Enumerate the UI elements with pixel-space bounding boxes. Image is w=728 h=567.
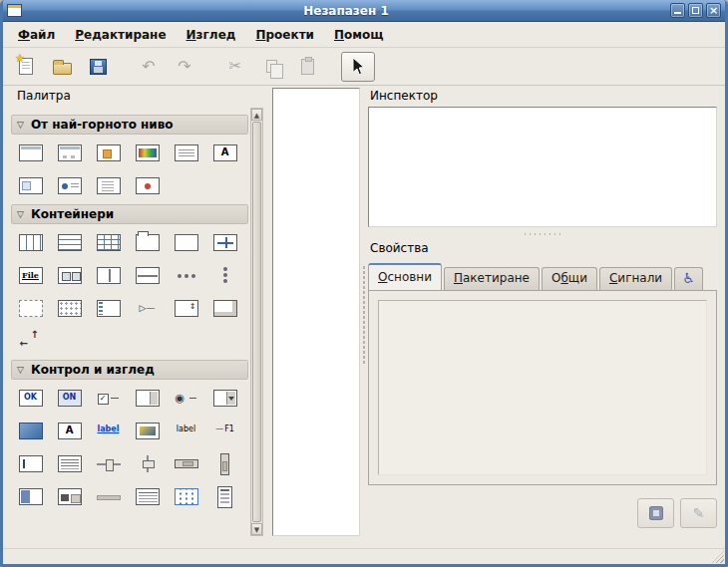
palette-item-assistant[interactable] bbox=[128, 169, 167, 202]
scrollbar-thumb[interactable] bbox=[252, 122, 261, 522]
palette-item-vscale[interactable] bbox=[128, 447, 167, 480]
expander-icon bbox=[19, 333, 43, 350]
cut-button[interactable] bbox=[218, 52, 252, 82]
inspector-tree[interactable] bbox=[368, 107, 717, 227]
palette-item-alignment[interactable] bbox=[11, 292, 50, 325]
tab-common[interactable]: Общи bbox=[542, 267, 597, 290]
undo-button[interactable] bbox=[132, 52, 166, 82]
palette-item-frame[interactable] bbox=[167, 226, 205, 259]
info-button[interactable] bbox=[637, 498, 674, 528]
scroll-up-icon[interactable]: ▲ bbox=[251, 109, 262, 121]
redo-button[interactable] bbox=[168, 52, 201, 82]
palette-section-containers[interactable]: ▽ Контейнери bbox=[11, 204, 248, 224]
palette-item-expander[interactable] bbox=[11, 325, 50, 358]
save-button[interactable] bbox=[81, 52, 115, 82]
toolbar bbox=[3, 48, 725, 86]
tab-accessibility[interactable]: ♿ bbox=[674, 267, 703, 290]
palette-item-hpaned[interactable] bbox=[89, 259, 128, 292]
vbutton-box-icon bbox=[213, 267, 237, 284]
palette-item-hbutton-box[interactable] bbox=[167, 259, 205, 292]
palette-item-combo-box[interactable] bbox=[205, 382, 244, 415]
palette-section-controls[interactable]: ▽ Контрол и изглед bbox=[11, 360, 248, 380]
palette-item-accel-label[interactable]: F1 bbox=[205, 415, 244, 447]
palette-item-menubar[interactable]: File bbox=[11, 259, 50, 292]
new-button[interactable] bbox=[9, 52, 43, 82]
selector-button[interactable] bbox=[341, 52, 375, 82]
palette-item-button[interactable]: OK bbox=[11, 382, 50, 415]
palette-item-input-dialog[interactable] bbox=[11, 169, 50, 202]
design-canvas[interactable] bbox=[272, 88, 360, 536]
palette-item-tree-view[interactable] bbox=[205, 480, 244, 513]
tab-general[interactable]: Основни bbox=[368, 263, 442, 290]
palette-item-font-selection-dialog[interactable]: A bbox=[205, 137, 244, 169]
palette-item-toolbar[interactable] bbox=[50, 259, 89, 292]
menu-edit[interactable]: Редактиране bbox=[66, 25, 175, 45]
menu-view[interactable]: Изглед bbox=[178, 25, 245, 45]
tab-signals[interactable]: Сигнали bbox=[599, 267, 672, 290]
paned-handle-horizontal[interactable] bbox=[368, 229, 717, 238]
copy-button[interactable] bbox=[254, 52, 288, 82]
palette-item-color-selection-dialog[interactable] bbox=[128, 137, 167, 169]
palette-section-toplevel[interactable]: ▽ От най-горното ниво bbox=[11, 115, 248, 135]
resize-grip[interactable] bbox=[712, 551, 724, 563]
open-icon bbox=[53, 63, 72, 75]
palette-item-image[interactable] bbox=[11, 415, 50, 447]
palette-item-vbutton-box[interactable] bbox=[205, 259, 244, 292]
edit-button[interactable]: ✎ bbox=[680, 498, 717, 528]
vscrollbar-icon bbox=[220, 453, 229, 475]
font-button-icon: A bbox=[58, 423, 82, 439]
palette-item-about-dialog[interactable] bbox=[89, 137, 128, 169]
palette-item-icon-view[interactable] bbox=[167, 480, 205, 513]
palette-item-arrow[interactable] bbox=[128, 292, 167, 325]
menu-projects[interactable]: Проекти bbox=[246, 25, 323, 45]
palette-item-radio-button[interactable] bbox=[167, 382, 205, 415]
palette-item-list[interactable] bbox=[128, 480, 167, 513]
palette-item-scrolled-window[interactable] bbox=[205, 292, 244, 325]
palette-item-entry[interactable] bbox=[11, 447, 50, 480]
palette-item-message-dialog[interactable] bbox=[50, 169, 89, 202]
palette-item-spin-button[interactable] bbox=[128, 382, 167, 415]
palette-item-hseparator[interactable] bbox=[89, 480, 128, 513]
palette-item-font-button[interactable]: A bbox=[50, 415, 89, 447]
palette-item-text-view[interactable] bbox=[50, 447, 89, 480]
palette-item-hscale[interactable] bbox=[89, 447, 128, 480]
palette-item-table[interactable] bbox=[89, 226, 128, 259]
titlebar[interactable]: Незапазен 1 × bbox=[3, 0, 725, 22]
tab-packing[interactable]: Пакетиране bbox=[444, 267, 540, 290]
text-view-icon bbox=[58, 455, 82, 472]
palette-item-viewport[interactable] bbox=[167, 292, 205, 325]
maximize-button[interactable] bbox=[688, 3, 703, 18]
palette-item-fixed[interactable] bbox=[205, 226, 244, 259]
menu-file[interactable]: Файл bbox=[9, 25, 64, 45]
palette-item-toggle-button[interactable]: ON bbox=[50, 382, 89, 415]
palette-item-label[interactable]: label bbox=[167, 415, 205, 447]
copy-icon bbox=[266, 60, 277, 73]
message-dialog-icon bbox=[58, 177, 82, 194]
palette-item-progress-bar[interactable] bbox=[11, 480, 50, 513]
palette-item-handle-box[interactable] bbox=[89, 292, 128, 325]
palette-item-vscrollbar[interactable] bbox=[205, 447, 244, 480]
palette-item-file-chooser-dialog[interactable] bbox=[167, 137, 205, 169]
close-button[interactable]: × bbox=[706, 3, 721, 18]
palette-item-notebook[interactable] bbox=[128, 226, 167, 259]
palette-item-check-button[interactable] bbox=[89, 382, 128, 415]
paste-button[interactable] bbox=[290, 52, 324, 82]
scroll-down-icon[interactable]: ▼ bbox=[251, 523, 262, 535]
palette-item-link-button[interactable]: label bbox=[89, 415, 128, 447]
paned-handle-vertical[interactable] bbox=[362, 265, 366, 365]
palette-item-window[interactable] bbox=[11, 137, 50, 169]
palette-item-color-button[interactable] bbox=[128, 415, 167, 447]
palette-item-hscrollbar[interactable] bbox=[167, 447, 205, 480]
palette-item-vpaned[interactable] bbox=[128, 259, 167, 292]
palette-item-hbox[interactable] bbox=[11, 226, 50, 259]
open-button[interactable] bbox=[45, 52, 79, 82]
palette-item-vbox[interactable] bbox=[50, 226, 89, 259]
menu-help[interactable]: Помощ bbox=[325, 25, 393, 45]
palette-scrollbar[interactable]: ▲ ▼ bbox=[250, 108, 263, 536]
palette-item-statusbar[interactable] bbox=[50, 480, 89, 513]
palette-item-layout[interactable] bbox=[50, 292, 89, 325]
palette-item-dialog[interactable] bbox=[50, 137, 89, 169]
save-icon bbox=[90, 59, 107, 75]
palette-item-recent-chooser-dialog[interactable] bbox=[89, 169, 128, 202]
minimize-button[interactable] bbox=[670, 3, 685, 18]
